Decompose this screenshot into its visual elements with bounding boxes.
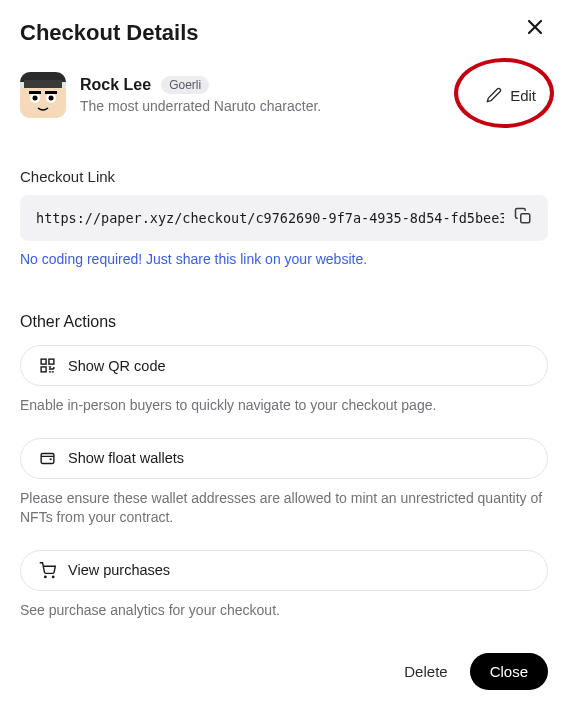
view-purchases-button[interactable]: View purchases [20, 550, 548, 591]
checkout-details-modal: Checkout Details [0, 0, 568, 662]
show-wallets-label: Show float wallets [68, 450, 184, 466]
name-row: Rock Lee Goerli [80, 76, 321, 94]
show-wallets-button[interactable]: Show float wallets [20, 438, 548, 479]
delete-button[interactable]: Delete [404, 663, 447, 680]
item-name: Rock Lee [80, 76, 151, 94]
svg-rect-9 [45, 91, 57, 94]
close-icon[interactable] [526, 18, 544, 36]
edit-button[interactable]: Edit [486, 87, 536, 104]
footer: Delete Close [404, 653, 548, 690]
svg-rect-10 [521, 214, 530, 223]
show-qr-button[interactable]: Show QR code [20, 345, 548, 386]
header-row: Rock Lee Goerli The most underrated Naru… [20, 72, 548, 118]
copy-icon[interactable] [514, 207, 532, 229]
svg-rect-8 [29, 91, 41, 94]
svg-point-16 [52, 576, 53, 577]
svg-rect-14 [41, 453, 54, 463]
header-left: Rock Lee Goerli The most underrated Naru… [20, 72, 321, 118]
svg-point-15 [45, 576, 46, 577]
show-qr-label: Show QR code [68, 358, 166, 374]
checkout-link-note: No coding required! Just share this link… [20, 251, 548, 267]
checkout-link-url: https://paper.xyz/checkout/c9762690-9f7a… [36, 210, 504, 226]
network-badge: Goerli [161, 76, 209, 94]
svg-rect-2 [24, 80, 62, 88]
svg-point-7 [49, 96, 54, 101]
close-button[interactable]: Close [470, 653, 548, 690]
checkout-link-label: Checkout Link [20, 168, 548, 185]
svg-rect-3 [20, 88, 66, 118]
header-texts: Rock Lee Goerli The most underrated Naru… [80, 76, 321, 114]
wallet-icon [39, 450, 56, 467]
edit-label: Edit [510, 87, 536, 104]
pencil-icon [486, 87, 502, 103]
svg-rect-12 [49, 359, 54, 364]
cart-icon [39, 562, 56, 579]
svg-rect-13 [41, 367, 46, 372]
other-actions-title: Other Actions [20, 313, 548, 331]
wallets-hint: Please ensure these wallet addresses are… [20, 489, 548, 528]
qr-hint: Enable in-person buyers to quickly navig… [20, 396, 548, 416]
avatar [20, 72, 66, 118]
svg-point-5 [33, 96, 38, 101]
item-subtitle: The most underrated Naruto character. [80, 98, 321, 114]
qr-icon [39, 357, 56, 374]
checkout-link-box: https://paper.xyz/checkout/c9762690-9f7a… [20, 195, 548, 241]
view-purchases-label: View purchases [68, 562, 170, 578]
page-title: Checkout Details [20, 20, 548, 46]
purchases-hint: See purchase analytics for your checkout… [20, 601, 548, 621]
svg-rect-11 [41, 359, 46, 364]
